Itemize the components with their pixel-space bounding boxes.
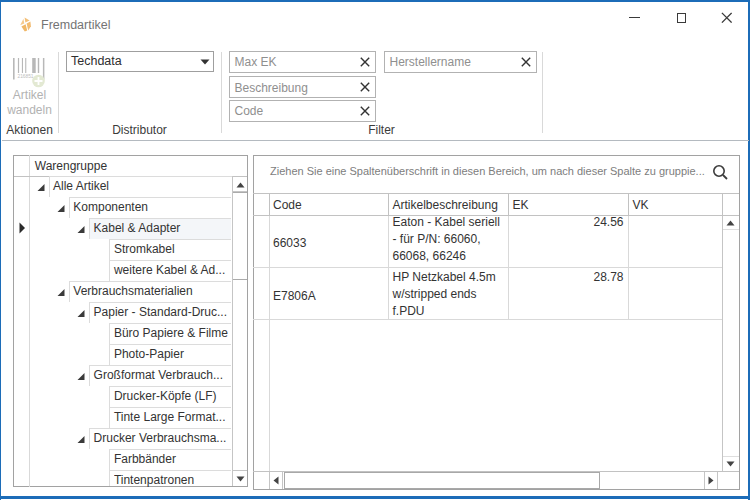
svg-text:216851: 216851 bbox=[18, 74, 34, 79]
